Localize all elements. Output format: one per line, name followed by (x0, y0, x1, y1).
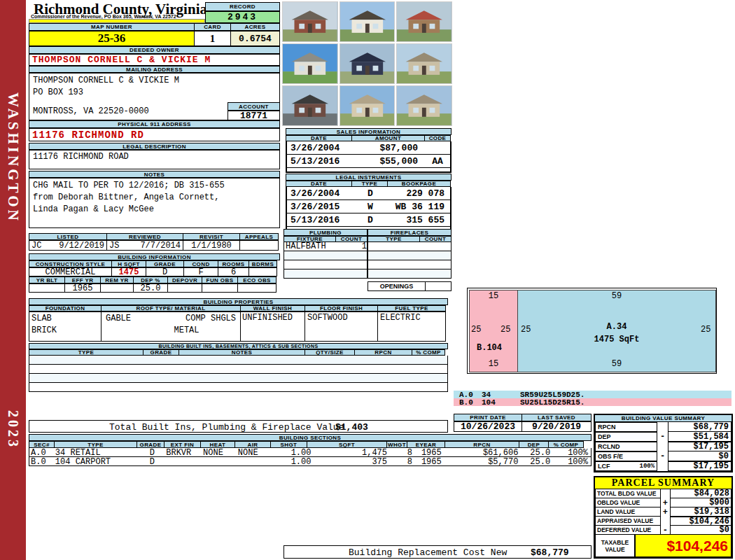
notes-line-1: CHG MAIL TO PER TO 12/2016; DB 315-655 (33, 180, 276, 192)
bvs-row: LCF100% $17,195 (595, 461, 732, 471)
print-date-value: 10/26/2023 (454, 421, 522, 432)
property-photo[interactable] (396, 85, 452, 126)
account-value: 18771 (227, 111, 280, 120)
mailing-line-1: THOMPSON CORNELL C & VICKIE M (33, 76, 179, 85)
legal-row: 3/26/2004 D 229 078 (286, 187, 451, 200)
district-label: WASHINGTON (4, 92, 22, 223)
bs-sqft-header: SQFT (307, 441, 387, 448)
building-sections-col-headers: SEC# TYPE GRADE EXT FIN HEAT AIR SHGT SQ… (29, 441, 592, 448)
last-saved-header: LAST SAVED (522, 414, 592, 421)
bvs-op (657, 422, 668, 432)
fireplace-empty-row (368, 260, 451, 270)
bs-row-eyear: 1965 (412, 448, 451, 456)
year-sidebar: WASHINGTON 2023 (0, 0, 26, 560)
roof-material-value-1: COMP SHGLS (186, 313, 236, 325)
built-ins-empty-row (29, 356, 448, 365)
bs-row-eyear: 1965 (412, 457, 451, 465)
bs-row-shgt: 1.00 (274, 457, 312, 465)
bdrms-header: BDRMS (248, 260, 277, 267)
property-photo[interactable] (282, 1, 338, 42)
sketch-b-bottom-dim: 15 (469, 359, 518, 369)
bs-row-comp: 100% (555, 448, 591, 456)
property-photo[interactable] (396, 43, 452, 84)
map-number-header: MAP NUMBER (29, 23, 195, 31)
bs-row-air (238, 457, 274, 465)
photo-grid (282, 1, 452, 126)
building-info-row2-headers: YR BLT EFF YR REM YR DEP % DEPOVR FUN OB… (29, 276, 280, 284)
bs-row-sec: B.0 (29, 457, 55, 465)
property-photo[interactable] (340, 1, 396, 42)
legal-type: D (353, 188, 388, 199)
roof-header: ROOF TYPE/ MATERIAL (101, 305, 241, 312)
funobs-value (202, 284, 238, 293)
mailing-address-header: MAILING ADDRESS (29, 66, 280, 73)
building-properties-col-headers: FOUNDATION ROOF TYPE/ MATERIAL WALL FINI… (29, 305, 448, 312)
legal-bookpage: 315 655 (388, 215, 450, 225)
rooms-header: ROOMS (218, 260, 249, 267)
map-number-value: 25-36 (29, 31, 195, 46)
bvs-label: LCF (598, 463, 610, 470)
sales-col-headers: DATE AMOUNT CODE (286, 135, 451, 141)
sketch-b-left-dim: 25 (471, 325, 481, 335)
bvs-value: $51,584 (668, 431, 732, 442)
bvs-value: $68,779 (668, 421, 732, 432)
floor-finish-header: FLOOR FINISH (304, 305, 378, 312)
property-photo[interactable] (396, 1, 452, 42)
property-photo[interactable] (340, 85, 396, 126)
effyr-value: 1965 (64, 284, 101, 293)
revisit-date: 1/1/1980 (183, 240, 240, 251)
sketch-legend-a: A.0 34 SR59U25L59D25. (454, 391, 732, 398)
foundation-value-2: BRICK (31, 325, 57, 337)
replacement-cost-row: Building Replacement Cost New $68,779 (284, 545, 592, 559)
sales-date-header: DATE (286, 135, 352, 141)
bs-grade-header: GRADE (136, 441, 164, 448)
bvs-value: $0 (668, 451, 732, 461)
property-photo[interactable] (340, 43, 396, 84)
building-sections-header: BUILDING SECTIONS (29, 434, 592, 441)
legal-description-header: LEGAL DESCRIPTION (29, 143, 280, 150)
fireplace-count-header: COUNT (419, 236, 451, 242)
bs-row-type: 34 RETAIL (55, 448, 139, 456)
remyr-value (100, 284, 134, 293)
legal-instruments-header: LEGAL INSTRUMENTS (286, 174, 451, 181)
property-photo[interactable] (282, 43, 338, 84)
built-ins-empty-row (29, 383, 448, 392)
deeded-owner-value: THOMPSON CORNELL C & VICKIE M (29, 54, 280, 66)
last-saved-value: 9/20/2019 (522, 421, 592, 432)
sales-info-header: SALES INFORMATION (286, 128, 451, 135)
building-info-row2-values: 1965 25.0 (29, 284, 280, 293)
built-ins-col-headers: TYPE GRADE NOTES QTY/SIZE RPCN % COMP (29, 349, 448, 356)
grade-value: D (146, 267, 184, 276)
remyr-header: REM YR (100, 276, 134, 284)
bs-heat-header: HEAT (200, 441, 235, 448)
bs-type-header: TYPE (54, 441, 137, 448)
bvs-row: OBS F/E - $0 (595, 451, 732, 461)
bvs-label: RCLND (598, 443, 620, 450)
bvs-op: - (657, 432, 668, 442)
acres-value: 0.6754 (230, 31, 280, 46)
tax-year-label: 2023 (5, 410, 21, 449)
fireplace-empty-row (368, 251, 451, 260)
notes-line-2: from Deborah Bittner, Angela Cornett, (33, 192, 276, 204)
hsqft-value: 1475 (111, 267, 146, 276)
bdrms-value (248, 267, 277, 276)
effyr-header: EFF YR (64, 276, 101, 284)
bvs-row: DEP - $51,584 (595, 432, 732, 442)
parcel-value: $104,246 (670, 516, 732, 526)
plumbing-row: HALFBATH 1 (284, 242, 368, 251)
listed-by: JC (31, 241, 41, 251)
listed-header: LISTED (29, 233, 107, 240)
legal-col-headers: DATE TYPE BOOKPAGE (286, 181, 451, 187)
bi-type-header: TYPE (29, 349, 144, 356)
building-info-row1-headers: CONSTRUCTION STYLE H SQFT GRADE COND ROO… (29, 260, 280, 267)
construction-style-value: COMMERCIAL (29, 267, 112, 276)
taxable-value: $104,246 (635, 534, 732, 557)
parcel-op: + (661, 498, 670, 507)
property-photo[interactable] (282, 85, 338, 126)
bs-sec-header: SEC# (29, 441, 55, 448)
sales-row: 3/26/2004 $87,000 (286, 141, 451, 155)
parcel-op (661, 489, 670, 498)
bvs-label: RPCN (598, 424, 616, 430)
reviewed-date: 7/7/2014 (140, 241, 181, 251)
bvs-label: DEP (598, 433, 611, 440)
